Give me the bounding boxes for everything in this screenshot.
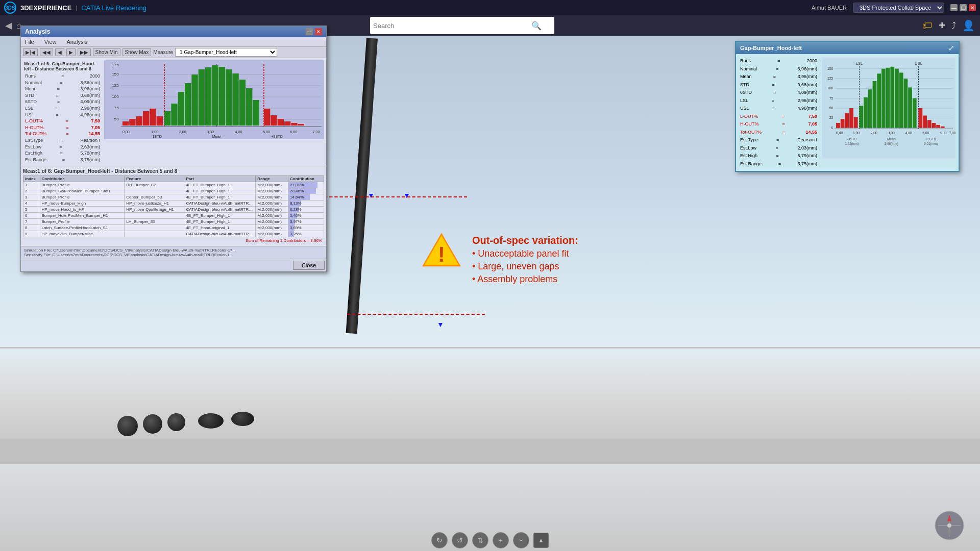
svg-text:50: 50 [114,117,119,121]
sim-file-path: Simulation File: C:\Users\m7mri\Document… [24,248,323,253]
svg-rect-30 [171,104,177,126]
user-button[interactable]: 👤 [962,19,975,32]
gap-popup-title: Gap-Bumper_Hood-left [740,45,802,51]
gap-stats-content: Runs = 2000 Nominal = 3,96(mm) Mean = 3,… [736,54,959,171]
table-row: 9HP_move-Yin_Bumper/MiscCATIADesign-bleu… [23,231,324,237]
outofspec-bullet-3: • Assembly problems [472,274,578,285]
svg-text:3,00: 3,00 [207,130,214,134]
menu-view[interactable]: View [42,38,59,45]
svg-text:7,00: 7,00 [312,130,320,134]
svg-text:50: 50 [829,106,834,110]
svg-text:1,00: 1,00 [853,131,860,135]
analysis-dialog-title: Analysis [25,28,50,35]
svg-text:6,01(mm): 6,01(mm) [924,142,938,146]
measure-select[interactable]: 1 Gap-Bumper_Hood-left [175,48,277,57]
svg-rect-90 [864,97,868,128]
analysis-close-btn[interactable]: ✕ [315,28,322,35]
menu-file[interactable]: File [23,38,36,45]
svg-rect-28 [157,116,163,126]
share-button[interactable]: ⤴ [951,20,956,31]
svg-text:2,00: 2,00 [179,130,186,134]
svg-text:150: 150 [112,72,119,77]
svg-rect-92 [873,81,877,128]
svg-text:5,00: 5,00 [922,131,929,135]
tool-prev[interactable]: ◀ [55,48,64,56]
svg-rect-39 [232,73,238,126]
tool-show-max[interactable]: Show Max [122,48,152,56]
svg-rect-102 [919,108,923,128]
close-window-button[interactable]: ✕ [969,4,976,11]
restore-button[interactable]: ❐ [960,4,967,11]
nav-button-2[interactable]: ↺ [452,532,468,548]
app-module: CATIA Live Rendering [81,4,146,12]
tool-prev-all[interactable]: ◀◀ [40,48,53,56]
nav-up[interactable]: ▲ [533,533,549,548]
table-row: 4HP_move-Bumper_HighHP_move-justiceza_H1… [23,201,324,207]
workspace-selector[interactable]: 3DS Protected Collab Space [853,3,944,13]
svg-rect-43 [264,109,270,126]
menu-analysis[interactable]: Analysis [64,38,89,45]
tool-show-min[interactable]: Show Min [93,48,120,56]
svg-rect-33 [191,74,198,126]
expand-button[interactable]: ⤢ [948,44,954,52]
stat-runs: Runs = 2000 [24,73,101,80]
svg-text:100: 100 [827,86,834,90]
svg-rect-34 [199,69,205,126]
svg-rect-23 [122,121,129,126]
tool-next[interactable]: ▶ [66,48,76,56]
outofspec-annotation: ! Out-of-spec variation: • Unacceptable … [424,235,578,285]
svg-rect-105 [932,123,936,128]
search-container: 🔍 [370,17,554,34]
svg-rect-98 [899,72,903,128]
nav-button-1[interactable]: ↻ [431,532,448,548]
svg-text:175: 175 [112,63,119,67]
svg-text:6,00: 6,00 [290,130,297,134]
nav-button-3[interactable]: ⇅ [472,532,488,548]
tool-next-all[interactable]: ▶▶ [78,48,91,56]
contributors-table: Index Contributor Feature Part Range Con… [23,176,324,237]
col-contributor: Contributor [40,176,125,182]
gap-arrow-bottom: ▼ [437,320,444,329]
svg-text:Mean: Mean [212,135,222,139]
stat-esttype: Est.Type = Pearson I [24,137,101,144]
svg-text:+3STD: +3STD [271,135,283,139]
search-input[interactable] [373,22,531,30]
nav-zoom-in[interactable]: + [493,532,509,548]
table-row: 3Bumper_ProfileCenter_Bumper_534E_FT_Bum… [23,194,324,201]
warning-triangle-icon: ! [421,232,462,268]
toolbar-right: 🏷 + ⤴ 👤 [922,19,975,32]
gap-stats-popup: Gap-Bumper_Hood-left ⤢ Runs = 2000 Nomin… [735,41,960,172]
svg-text:125: 125 [112,83,119,88]
table-row: 2Bumper_Slot-PosiMen_Bumper_Slot14E_FT_B… [23,188,324,194]
svg-rect-29 [164,111,170,126]
analysis-minimize-btn[interactable]: — [306,28,313,35]
svg-rect-93 [877,73,881,128]
bookmark-icon[interactable]: 🏷 [922,20,933,32]
stat-totout: Tot-OUT% = 14,55 [24,131,101,137]
nav-zoom-out[interactable]: - [513,532,529,548]
svg-rect-91 [868,89,872,128]
svg-rect-97 [895,69,899,128]
svg-rect-100 [908,87,912,128]
svg-text:+3STD: +3STD [925,137,936,141]
svg-rect-95 [886,68,890,128]
svg-rect-31 [178,92,184,126]
svg-text:USL: USL [915,61,923,66]
svg-text:6,00: 6,00 [940,131,946,135]
svg-text:1,92(mm): 1,92(mm) [149,139,164,139]
histogram-svg: 175 150 125 100 75 50 [104,60,324,139]
add-button[interactable]: + [939,19,945,32]
svg-text:100: 100 [112,94,119,99]
tool-play-all[interactable]: ▶|◀ [23,48,38,56]
svg-rect-42 [253,100,259,126]
svg-rect-104 [927,120,932,128]
close-analysis-button[interactable]: Close [293,261,325,270]
stat-std: STD = 0,68(mm) [24,92,101,99]
search-button[interactable]: 🔍 [531,21,542,31]
stat-estrange: Est.Range = 3,75(mm) [24,157,101,163]
back-button[interactable]: ◀ [5,20,12,31]
minimize-button[interactable]: — [950,4,958,11]
svg-text:5,00: 5,00 [263,130,270,134]
stat-usl: USL = 4,96(mm) [24,112,101,118]
titlebar-left: 3DS 3DEXPERIENCE | CATIA Live Rendering [4,2,146,14]
